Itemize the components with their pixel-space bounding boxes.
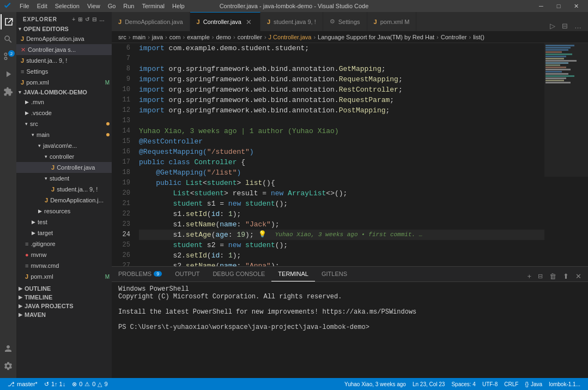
- maximize-button[interactable]: □: [551, 1, 566, 11]
- output-tab[interactable]: OUTPUT: [168, 266, 206, 281]
- selection-menu[interactable]: Selection: [52, 2, 83, 10]
- open-editor-student[interactable]: J student.ja... 9, !: [16, 55, 112, 66]
- file-menu[interactable]: File: [16, 2, 33, 10]
- split-terminal-button[interactable]: ⊟: [536, 272, 545, 281]
- line-ending-status[interactable]: CRLF: [501, 381, 522, 387]
- indent-status[interactable]: Spaces: 4: [448, 381, 478, 387]
- close-button[interactable]: ✕: [568, 1, 584, 11]
- search-activity-icon[interactable]: [1, 32, 16, 47]
- breadcrumb-item[interactable]: example: [187, 34, 210, 40]
- source-control-activity-icon[interactable]: 2: [1, 49, 16, 64]
- folder-test[interactable]: ▶ test: [16, 217, 112, 227]
- file-demoapplication[interactable]: J DemoApplication.j...: [16, 195, 112, 206]
- folder-controller[interactable]: ▾ controller: [16, 151, 112, 162]
- new-folder-icon[interactable]: ⊞: [78, 16, 83, 22]
- open-editor-demoapplication[interactable]: J DemoApplication.java: [16, 33, 112, 44]
- open-editor-controller[interactable]: ✕ Controller.java s...: [16, 44, 112, 55]
- more-actions-button[interactable]: …: [572, 21, 584, 31]
- gitlens-tab[interactable]: GITLENS: [315, 266, 354, 281]
- refresh-icon[interactable]: ↺: [85, 16, 90, 22]
- folder-src[interactable]: ▾ src: [16, 118, 112, 129]
- run-activity-icon[interactable]: [1, 67, 16, 82]
- terminal-tab[interactable]: TERMINAL: [271, 266, 315, 281]
- terminal-content[interactable]: Windows PowerShell Copyright (C) Microso…: [112, 282, 588, 378]
- account-icon[interactable]: [1, 341, 16, 356]
- add-terminal-button[interactable]: +: [525, 271, 534, 281]
- file-mvnwcmd[interactable]: ≡ mvnw.cmd: [16, 260, 112, 271]
- file-pomxml[interactable]: J pom.xml M: [16, 271, 112, 282]
- file-controller-java[interactable]: J Controller.java: [16, 162, 112, 173]
- minimize-button[interactable]: ─: [534, 1, 549, 11]
- collapse-all-icon[interactable]: ⊟: [92, 16, 97, 22]
- language-mode-status[interactable]: {} Java: [522, 381, 545, 387]
- breadcrumb-item[interactable]: list(): [473, 34, 484, 40]
- folder-java[interactable]: ▾ java\com\e...: [16, 140, 112, 151]
- debug-console-tab[interactable]: DEBUG CONSOLE: [206, 266, 271, 281]
- breadcrumb-item[interactable]: java: [152, 34, 163, 40]
- breadcrumb-item[interactable]: src: [118, 34, 126, 40]
- settings-tab-icon: ⚙: [330, 18, 335, 25]
- manage-icon[interactable]: [1, 358, 16, 374]
- run-button[interactable]: ▷: [548, 21, 557, 31]
- close-file-icon[interactable]: ✕: [21, 46, 26, 53]
- file-gitignore[interactable]: ≡ .gitignore: [16, 238, 112, 249]
- sync-status[interactable]: ↺ 1↑ 1↓: [41, 378, 69, 390]
- folder-vscode[interactable]: ▶ .vscode: [16, 107, 112, 118]
- project-section[interactable]: ▾ JAVA-LOMBOK-DEMO: [16, 88, 112, 97]
- code-content[interactable]: import com.example.demo.student.student;…: [135, 43, 544, 266]
- tab-controller[interactable]: J Controller.java ✕: [190, 12, 260, 31]
- tab-student[interactable]: J student.java 9, !: [260, 12, 323, 31]
- folder-target[interactable]: ▶ target: [16, 227, 112, 238]
- breadcrumb-item[interactable]: Controller: [441, 34, 467, 40]
- breadcrumb-item[interactable]: main: [132, 34, 146, 40]
- new-file-icon[interactable]: +: [72, 16, 76, 22]
- tab-settings[interactable]: ⚙ Settings: [323, 12, 367, 31]
- run-menu[interactable]: Run: [120, 2, 137, 10]
- timeline-section[interactable]: ▶ TIMELINE: [16, 293, 112, 302]
- tab-pom[interactable]: J pom.xml M: [367, 12, 417, 31]
- folder-resources[interactable]: ▶ resources: [16, 206, 112, 217]
- folder-main[interactable]: ▾ main: [16, 129, 112, 140]
- tab-demoapplication[interactable]: J DemoApplication.java: [112, 12, 190, 31]
- panel-actions: + ⊟ 🗑 ⬆ ✕: [525, 271, 588, 281]
- extensions-activity-icon[interactable]: [1, 84, 16, 99]
- encoding-status[interactable]: UTF-8: [479, 381, 501, 387]
- breadcrumb-item[interactable]: J Controller.java: [269, 34, 312, 40]
- status-bar-right: Yuhao Xiao, 3 weeks ago Ln 23, Col 23 Sp…: [341, 381, 584, 387]
- breadcrumb-item[interactable]: controller: [238, 34, 262, 40]
- lombok-status[interactable]: lombok-1.1...: [545, 381, 584, 387]
- warning-count: 0: [92, 381, 95, 387]
- git-blame-status[interactable]: Yuhao Xiao, 3 weeks ago: [341, 381, 409, 387]
- open-editors-section[interactable]: ▾ OPEN EDITORS: [16, 25, 112, 33]
- split-editor-button[interactable]: ⊟: [560, 21, 570, 31]
- outline-section[interactable]: ▶ OUTLINE: [16, 284, 112, 293]
- file-student-java[interactable]: J student.ja... 9, !: [16, 184, 112, 195]
- folder-mvn[interactable]: ▶ .mvn: [16, 97, 112, 107]
- problems-tab[interactable]: PROBLEMS 9: [112, 266, 168, 281]
- cursor-position-status[interactable]: Ln 23, Col 23: [409, 381, 448, 387]
- file-mvnw[interactable]: ● mvnw: [16, 249, 112, 260]
- breadcrumb-item[interactable]: demo: [216, 34, 231, 40]
- view-menu[interactable]: View: [84, 2, 104, 10]
- open-editor-pom[interactable]: J pom.xml M: [16, 77, 112, 88]
- breadcrumb-item[interactable]: com: [169, 34, 181, 40]
- maximize-panel-button[interactable]: ⬆: [561, 271, 571, 281]
- maven-section[interactable]: ▶ MAVEN: [16, 310, 112, 319]
- breadcrumb-item[interactable]: Language Support for Java(TM) by Red Hat: [318, 34, 434, 40]
- folder-student[interactable]: ▾ student: [16, 173, 112, 184]
- chevron-right-icon: ▶: [38, 208, 42, 214]
- explorer-activity-icon[interactable]: [1, 14, 16, 29]
- go-menu[interactable]: Go: [105, 2, 119, 10]
- help-menu[interactable]: Help: [169, 2, 188, 10]
- java-projects-section[interactable]: ▶ JAVA PROJECTS: [16, 302, 112, 310]
- menu-bar[interactable]: File Edit Selection View Go Run Terminal…: [16, 2, 188, 10]
- tab-close-button[interactable]: ✕: [245, 19, 253, 26]
- open-editor-settings[interactable]: ≡ Settings: [16, 66, 112, 77]
- kill-terminal-button[interactable]: 🗑: [547, 271, 559, 281]
- close-panel-button[interactable]: ✕: [573, 271, 584, 281]
- problems-count-status[interactable]: ⊗ 0 ⚠ 0 △ 9: [69, 378, 111, 390]
- edit-menu[interactable]: Edit: [34, 2, 51, 10]
- ellipsis-icon[interactable]: …: [99, 16, 105, 22]
- git-branch-status[interactable]: ⎇ master*: [4, 378, 41, 390]
- terminal-menu[interactable]: Terminal: [139, 2, 168, 10]
